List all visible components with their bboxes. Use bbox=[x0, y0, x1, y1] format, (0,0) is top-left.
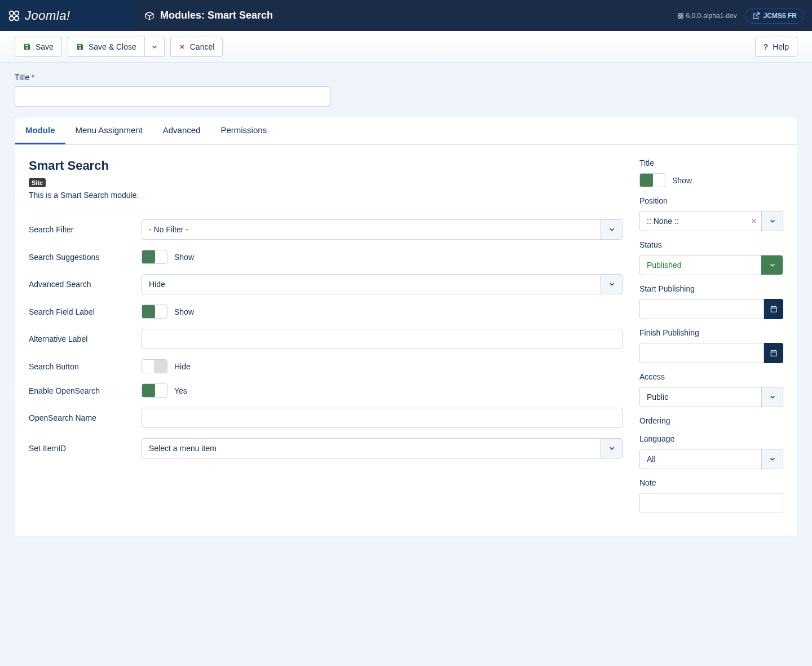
tab-menu-assignment[interactable]: Menu Assignment bbox=[65, 117, 153, 144]
row-alt-label: Alternative Label bbox=[29, 329, 623, 349]
label-search-button: Search Button bbox=[29, 362, 142, 371]
tab-advanced[interactable]: Advanced bbox=[153, 117, 211, 144]
svg-point-2 bbox=[10, 16, 14, 20]
label-search-filter: Search Filter bbox=[29, 225, 142, 234]
input-note[interactable] bbox=[639, 493, 783, 513]
clear-icon[interactable]: ✕ bbox=[747, 217, 761, 225]
version-label[interactable]: 6.0.0-alpha1-dev bbox=[677, 12, 737, 20]
label-alt-label: Alternative Label bbox=[29, 334, 142, 343]
svg-point-6 bbox=[678, 16, 680, 18]
svg-point-7 bbox=[681, 16, 683, 18]
svg-point-3 bbox=[15, 16, 19, 20]
input-finish[interactable] bbox=[639, 343, 764, 363]
toggle-search-button-value: Hide bbox=[174, 362, 191, 371]
label-advanced: Advanced Search bbox=[29, 280, 142, 289]
tab-permissions[interactable]: Permissions bbox=[210, 117, 277, 144]
toggle-field-label[interactable] bbox=[142, 305, 167, 319]
module-description: This is a Smart Search module. bbox=[29, 191, 623, 200]
cube-icon bbox=[144, 11, 155, 21]
toggle-suggestions-value: Show bbox=[174, 253, 194, 262]
divider bbox=[29, 210, 623, 210]
chevron-down-icon bbox=[761, 211, 783, 231]
chevron-down-icon bbox=[761, 387, 783, 407]
save-close-dropdown[interactable] bbox=[145, 37, 165, 57]
label-field-label: Search Field Label bbox=[29, 307, 142, 316]
select-status[interactable]: Published bbox=[639, 255, 783, 275]
title-input[interactable] bbox=[15, 86, 330, 107]
panel: Smart Search Site This is a Smart Search… bbox=[15, 144, 797, 536]
tab-module[interactable]: Module bbox=[15, 117, 65, 144]
save-icon bbox=[76, 43, 84, 51]
save-icon bbox=[23, 43, 31, 51]
toggle-search-button[interactable] bbox=[142, 359, 167, 373]
side-language: Language All bbox=[639, 434, 783, 469]
label-itemid: Set ItemID bbox=[29, 444, 142, 453]
site-badge: Site bbox=[29, 178, 46, 187]
tabs: Module Menu Assignment Advanced Permissi… bbox=[15, 117, 797, 144]
main-column: Smart Search Site This is a Smart Search… bbox=[29, 158, 623, 522]
side-column: Title Show Position :: None :: ✕ Status … bbox=[639, 158, 783, 522]
row-search-filter: Search Filter - No Filter - bbox=[29, 219, 623, 240]
input-alt-label[interactable] bbox=[142, 329, 623, 349]
side-position: Position :: None :: ✕ bbox=[639, 196, 783, 231]
page-title: Modules: Smart Search bbox=[160, 10, 273, 21]
select-itemid[interactable]: Select a menu item bbox=[142, 438, 623, 458]
row-suggestions: Search Suggestions Show bbox=[29, 250, 623, 264]
action-toolbar: Save Save & Close Cancel ? Help bbox=[0, 31, 812, 63]
toggle-title-value: Show bbox=[672, 176, 692, 185]
side-start: Start Publishing bbox=[639, 284, 783, 319]
brand[interactable]: Joomla! bbox=[0, 0, 135, 31]
times-icon bbox=[179, 43, 186, 50]
top-bar: Joomla! Modules: Smart Search 6.0.0-alph… bbox=[0, 0, 812, 31]
svg-point-0 bbox=[10, 11, 14, 15]
side-status: Status Published bbox=[639, 240, 783, 275]
input-os-name[interactable] bbox=[142, 408, 623, 428]
row-field-label: Search Field Label Show bbox=[29, 305, 623, 319]
select-access[interactable]: Public bbox=[639, 387, 783, 407]
svg-point-4 bbox=[678, 13, 680, 15]
label-opensearch: Enable OpenSearch bbox=[29, 386, 142, 395]
select-language[interactable]: All bbox=[639, 449, 783, 469]
cancel-button[interactable]: Cancel bbox=[170, 37, 223, 57]
side-ordering: Ordering bbox=[639, 416, 783, 425]
calendar-button-start[interactable] bbox=[764, 299, 783, 319]
row-os-name: OpenSearch Name bbox=[29, 408, 623, 428]
calendar-button-finish[interactable] bbox=[764, 343, 783, 363]
chevron-down-icon bbox=[601, 275, 622, 294]
select-search-filter[interactable]: - No Filter - bbox=[142, 219, 623, 240]
save-button[interactable]: Save bbox=[15, 37, 62, 57]
row-advanced: Advanced Search Hide bbox=[29, 274, 623, 294]
calendar-icon bbox=[770, 349, 778, 357]
side-note: Note bbox=[639, 478, 783, 513]
external-link-icon bbox=[752, 12, 760, 20]
title-scope: Title * bbox=[0, 63, 812, 107]
toggle-title[interactable] bbox=[639, 173, 665, 187]
save-close-group: Save & Close bbox=[68, 37, 165, 57]
input-start[interactable] bbox=[639, 299, 764, 319]
side-finish: Finish Publishing bbox=[639, 328, 783, 363]
select-position[interactable]: :: None :: ✕ bbox=[639, 211, 783, 231]
select-advanced[interactable]: Hide bbox=[142, 274, 623, 294]
svg-point-5 bbox=[681, 13, 683, 15]
row-itemid: Set ItemID Select a menu item bbox=[29, 438, 623, 458]
chevron-down-icon bbox=[601, 220, 622, 239]
row-search-button: Search Button Hide bbox=[29, 359, 623, 373]
label-suggestions: Search Suggestions bbox=[29, 253, 142, 262]
row-opensearch: Enable OpenSearch Yes bbox=[29, 383, 623, 398]
site-link[interactable]: JCMS6 FR bbox=[745, 8, 804, 24]
toggle-field-label-value: Show bbox=[174, 307, 194, 316]
save-close-button[interactable]: Save & Close bbox=[68, 37, 145, 57]
calendar-icon bbox=[770, 305, 778, 313]
side-title: Title Show bbox=[639, 158, 783, 187]
toggle-opensearch-value: Yes bbox=[174, 386, 187, 395]
brand-text: Joomla! bbox=[25, 8, 70, 23]
chevron-down-icon bbox=[151, 43, 158, 51]
toggle-suggestions[interactable] bbox=[142, 250, 167, 264]
title-label: Title * bbox=[15, 73, 797, 82]
top-right: 6.0.0-alpha1-dev JCMS6 FR bbox=[677, 8, 812, 24]
toggle-opensearch[interactable] bbox=[142, 383, 167, 398]
chevron-down-icon bbox=[761, 255, 783, 275]
help-button[interactable]: ? Help bbox=[755, 37, 797, 57]
joomla-logo-icon bbox=[8, 10, 20, 22]
joomla-mini-icon bbox=[677, 12, 684, 19]
